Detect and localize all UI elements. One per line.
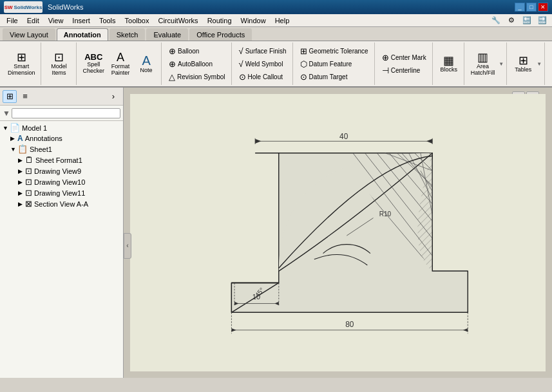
toolbar-icon-3[interactable]: 🔙 bbox=[520, 14, 534, 27]
hole-callout-icon: ⊙ bbox=[239, 72, 246, 82]
weld-symbol-button[interactable]: √ Weld Symbol bbox=[236, 58, 290, 70]
datum-target-label: Datum Target bbox=[309, 73, 348, 80]
auto-balloon-label: AutoBalloon bbox=[178, 61, 213, 68]
tree-item-model1[interactable]: ▼ 📄 Model 1 bbox=[0, 122, 123, 133]
note-icon: A bbox=[142, 54, 150, 67]
revision-symbol-icon: △ bbox=[169, 72, 175, 82]
annotations-label: Annotations bbox=[25, 135, 62, 142]
tab-sketch[interactable]: Sketch bbox=[109, 28, 146, 41]
sidebar-collapse-button[interactable]: ‹ bbox=[124, 233, 131, 259]
tab-office-products[interactable]: Office Products bbox=[189, 28, 252, 41]
hole-callout-label: Hole Callout bbox=[248, 73, 283, 80]
datum-feature-button[interactable]: ⬡ Datum Feature bbox=[297, 58, 372, 70]
main-area: ⊞ ≡ › ▼ ▼ 📄 Model 1 ▶ A Annotations bbox=[0, 88, 552, 378]
menu-routing[interactable]: Routing bbox=[204, 15, 236, 26]
dim-40-text: 40 bbox=[339, 132, 348, 141]
maximize-button[interactable]: □ bbox=[526, 3, 537, 12]
tab-annotation[interactable]: Annotation bbox=[57, 28, 108, 41]
menu-tools[interactable]: Tools bbox=[95, 15, 120, 26]
menu-circuitworks[interactable]: CircuitWorks bbox=[154, 15, 202, 26]
minimize-button[interactable]: _ bbox=[515, 3, 525, 12]
tree-item-section-view-aa[interactable]: ▶ ⊠ Section View A-A bbox=[0, 198, 123, 209]
blocks-label: Blocks bbox=[440, 67, 457, 73]
center-mark-button[interactable]: ⊕ Center Mark bbox=[379, 51, 430, 64]
hole-callout-button[interactable]: ⊙ Hole Callout bbox=[236, 71, 290, 83]
smart-dimension-button[interactable]: ⊞ SmartDimension bbox=[5, 50, 38, 79]
drawing-canvas[interactable]: 🔍 ⊕ bbox=[124, 88, 552, 378]
tree-item-drawing-view10[interactable]: ▶ ⊡ Drawing View10 bbox=[0, 176, 123, 187]
revision-symbol-button[interactable]: △ Revision Symbol bbox=[166, 71, 228, 83]
balloon-label: Balloon bbox=[178, 48, 199, 55]
toolbar-icon-2[interactable]: ⚙ bbox=[504, 14, 519, 27]
menu-file[interactable]: File bbox=[3, 15, 22, 26]
tables-icon: ⊞ bbox=[519, 55, 528, 66]
tree-item-annotations[interactable]: ▶ A Annotations bbox=[0, 133, 123, 144]
surface-finish-icon: √ bbox=[239, 46, 243, 56]
surface-finish-button[interactable]: √ Surface Finish bbox=[236, 45, 290, 57]
sheet-format1-label: Sheet Format1 bbox=[35, 156, 82, 164]
geometric-tolerance-button[interactable]: ⊞ Geometric Tolerance bbox=[297, 45, 372, 57]
model-items-icon: ⊡ bbox=[54, 51, 64, 63]
auto-balloon-icon: ⊕ bbox=[169, 59, 176, 69]
expand-icon: ▶ bbox=[18, 179, 24, 185]
tables-button[interactable]: ⊞ Tables bbox=[511, 53, 535, 75]
tab-evaluate[interactable]: Evaluate bbox=[146, 28, 188, 41]
sidebar: ⊞ ≡ › ▼ ▼ 📄 Model 1 ▶ A Annotations bbox=[0, 88, 124, 378]
tab-smart-dimension[interactable]: View Layout bbox=[3, 28, 55, 41]
balloon-button[interactable]: ⊕ Balloon bbox=[166, 45, 228, 57]
note-button[interactable]: A Note bbox=[134, 52, 158, 76]
ribbon-tabs: View Layout Annotation Sketch Evaluate O… bbox=[0, 27, 552, 41]
format-painter-button[interactable]: A FormatPainter bbox=[108, 50, 133, 79]
menu-help[interactable]: Help bbox=[271, 15, 294, 26]
spell-checker-button[interactable]: ABC SpellChecker bbox=[81, 51, 108, 77]
menu-insert[interactable]: Insert bbox=[68, 15, 94, 26]
menu-edit[interactable]: Edit bbox=[23, 15, 43, 26]
group-smart-dimension: ⊞ SmartDimension bbox=[3, 42, 41, 85]
geometric-tolerance-label: Geometric Tolerance bbox=[309, 48, 368, 55]
filter-icon: ▼ bbox=[3, 109, 10, 118]
group-model-items: ⊡ ModelItems bbox=[43, 42, 77, 85]
close-button[interactable]: ✕ bbox=[538, 3, 548, 12]
tables-dropdown[interactable]: ▼ bbox=[537, 61, 542, 67]
ribbon-content: ⊞ SmartDimension ⊡ ModelItems ABC SpellC… bbox=[0, 41, 552, 86]
tables-label: Tables bbox=[515, 67, 531, 73]
group-area-hatch: ▥ AreaHatch/Fill ▼ bbox=[466, 42, 507, 85]
blocks-button[interactable]: ▦ Blocks bbox=[437, 53, 461, 75]
centerline-button[interactable]: ⊣ Centerline bbox=[379, 64, 430, 77]
model1-icon: 📄 bbox=[10, 123, 20, 133]
centerline-icon: ⊣ bbox=[382, 66, 389, 75]
tree-item-drawing-view9[interactable]: ▶ ⊡ Drawing View9 bbox=[0, 165, 123, 176]
tree-item-sheet1[interactable]: ▼ 📋 Sheet1 bbox=[0, 144, 123, 154]
area-hatch-button[interactable]: ▥ AreaHatch/Fill bbox=[468, 50, 498, 79]
model-items-button[interactable]: ⊡ ModelItems bbox=[45, 50, 73, 79]
menu-view[interactable]: View bbox=[44, 15, 68, 26]
auto-balloon-button[interactable]: ⊕ AutoBalloon bbox=[166, 58, 228, 70]
tree-item-sheet-format1[interactable]: ▶ 🗒 Sheet Format1 bbox=[0, 154, 123, 165]
tree-item-drawing-view11[interactable]: ▶ ⊡ Drawing View11 bbox=[0, 187, 123, 198]
section-view-aa-label: Section View A-A bbox=[34, 200, 88, 208]
sidebar-btn-list[interactable]: ≡ bbox=[18, 90, 32, 103]
main-drawing-svg: 40 bbox=[130, 94, 546, 371]
toolbar-icon-4[interactable]: 🔜 bbox=[535, 14, 549, 27]
sheet1-icon: 📋 bbox=[17, 144, 28, 154]
area-hatch-dropdown[interactable]: ▼ bbox=[499, 61, 504, 67]
menu-window[interactable]: Window bbox=[237, 15, 270, 26]
app-title: SolidWorks bbox=[48, 3, 83, 11]
datum-feature-label: Datum Feature bbox=[309, 61, 352, 68]
datum-target-button[interactable]: ⊙ Datum Target bbox=[297, 71, 372, 83]
menu-bar: File Edit View Insert Tools Toolbox Circ… bbox=[0, 14, 552, 27]
toolbar-icon-1[interactable]: 🔧 bbox=[489, 14, 503, 27]
menu-toolbox[interactable]: Toolbox bbox=[121, 15, 153, 26]
sidebar-btn-grid[interactable]: ⊞ bbox=[3, 90, 17, 103]
drawing-view11-label: Drawing View11 bbox=[34, 189, 85, 197]
sidebar-toolbar: ⊞ ≡ › bbox=[0, 88, 123, 106]
expand-icon: ▶ bbox=[18, 201, 24, 207]
smart-dimension-label: SmartDimension bbox=[8, 64, 35, 77]
sidebar-search-input[interactable] bbox=[12, 108, 120, 118]
balloon-icon: ⊕ bbox=[169, 46, 176, 56]
sidebar-expand-btn[interactable]: › bbox=[106, 90, 120, 103]
sheet-format1-icon: 🗒 bbox=[25, 155, 33, 165]
smart-dimension-icon: ⊞ bbox=[17, 51, 26, 63]
dim-80-text: 80 bbox=[345, 320, 354, 329]
sidebar-search-area: ▼ bbox=[0, 106, 123, 121]
